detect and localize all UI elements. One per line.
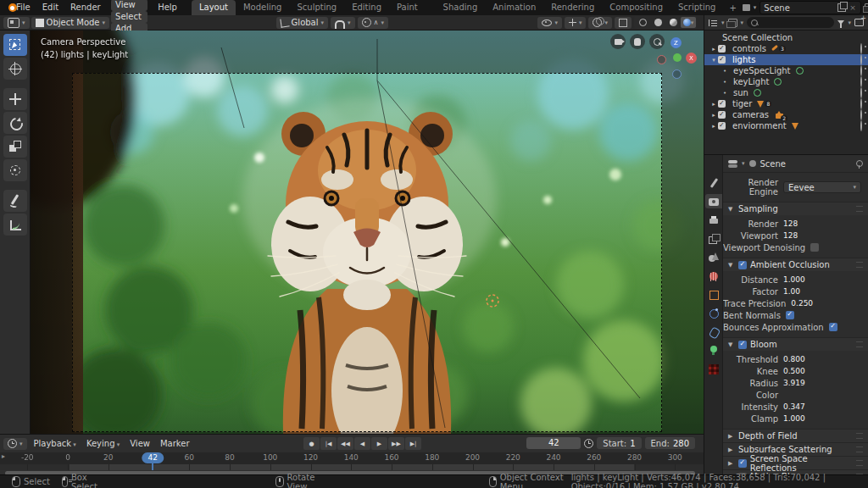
- collapse-triangle[interactable]: ▶: [728, 460, 735, 467]
- orientation-dropdown[interactable]: Global▾: [276, 17, 328, 29]
- property-widget[interactable]: [810, 242, 868, 252]
- topbar-menu[interactable]: Render: [64, 3, 107, 12]
- timeline-editor-type-button[interactable]: ▾: [3, 438, 27, 450]
- filter-type-icon[interactable]: [728, 19, 737, 27]
- playback-button[interactable]: ▶|: [405, 437, 421, 450]
- property-widget[interactable]: 0.347: [783, 402, 861, 412]
- hide-in-viewport-toggle[interactable]: [860, 66, 862, 75]
- pan-view-button[interactable]: [630, 34, 645, 49]
- property-widget[interactable]: 0.500: [783, 366, 861, 376]
- panel-grip[interactable]: [856, 460, 863, 466]
- workspace-tab[interactable]: Shading: [436, 0, 486, 15]
- editor-type-button[interactable]: ▾: [3, 17, 30, 29]
- playback-button[interactable]: ◀: [354, 437, 370, 450]
- hide-in-viewport-toggle[interactable]: [860, 110, 862, 119]
- property-widget[interactable]: 128: [783, 219, 861, 229]
- property-widget[interactable]: [786, 310, 864, 320]
- axis-x-negative[interactable]: [657, 55, 666, 64]
- display-mode-icon[interactable]: [709, 19, 718, 26]
- navigation-gizmo[interactable]: Z X: [656, 37, 697, 78]
- properties-tab[interactable]: [705, 287, 722, 302]
- property-widget[interactable]: 128: [783, 230, 861, 241]
- tool-button[interactable]: [3, 136, 27, 158]
- outliner-row[interactable]: ▸ controls 3: [704, 43, 868, 54]
- viewport-menu[interactable]: View: [111, 0, 147, 11]
- property-widget[interactable]: 1.00: [783, 286, 861, 297]
- properties-tab[interactable]: [705, 213, 722, 227]
- outliner-row[interactable]: ▸ enviornment: [704, 120, 868, 131]
- panel-header-bloom[interactable]: ▼ Bloom: [723, 337, 868, 351]
- workspace-tab[interactable]: Compositing: [602, 0, 670, 15]
- filter-icon[interactable]: [837, 20, 844, 25]
- timeline-menu[interactable]: View: [125, 439, 155, 448]
- playback-button[interactable]: ●: [303, 437, 320, 450]
- render-engine-dropdown[interactable]: Eevee▾: [783, 181, 861, 193]
- hide-in-viewport-toggle[interactable]: [860, 77, 862, 86]
- panel-grip[interactable]: [856, 206, 863, 212]
- panel-grip[interactable]: [856, 433, 863, 439]
- axis-y[interactable]: [673, 53, 682, 62]
- current-frame-field[interactable]: 42: [526, 437, 581, 449]
- playback-button[interactable]: ▶: [371, 437, 387, 450]
- overlays-dropdown[interactable]: ▾: [588, 17, 612, 29]
- workspace-tab[interactable]: Scripting: [670, 0, 723, 15]
- property-widget[interactable]: [829, 322, 868, 332]
- properties-tab[interactable]: [705, 324, 722, 339]
- preview-range-icon[interactable]: [584, 439, 593, 448]
- timeline-menu[interactable]: Playback ▾: [29, 439, 81, 448]
- shading-wireframe-button[interactable]: [635, 17, 650, 28]
- panel-checkbox[interactable]: [738, 341, 747, 349]
- object-visibility-dropdown[interactable]: ▾: [537, 17, 562, 29]
- properties-tab[interactable]: [705, 269, 722, 283]
- expand-arrow[interactable]: ▸: [709, 112, 718, 119]
- workspace-tab[interactable]: UV Editing: [344, 0, 389, 15]
- tool-button[interactable]: [3, 112, 27, 134]
- frame-start-field[interactable]: Start:1: [597, 437, 641, 449]
- properties-tab[interactable]: [705, 175, 722, 190]
- collapse-triangle[interactable]: ▶: [728, 446, 735, 453]
- viewport-menu[interactable]: Select: [111, 11, 147, 23]
- panel-grip[interactable]: [856, 341, 863, 347]
- collection-checkbox[interactable]: [718, 122, 726, 130]
- tool-button[interactable]: [3, 58, 27, 80]
- properties-tab[interactable]: [705, 194, 722, 208]
- xray-toggle[interactable]: [615, 17, 632, 29]
- tool-button[interactable]: [3, 88, 27, 110]
- properties-tab[interactable]: [705, 231, 722, 246]
- tool-button[interactable]: [3, 159, 27, 181]
- properties-tab[interactable]: [705, 250, 722, 264]
- scene-selector[interactable]: Scene ×: [760, 1, 861, 14]
- panel-header-ambient-occlusion[interactable]: ▼ Ambient Occlusion: [723, 258, 868, 271]
- property-widget[interactable]: 1.000: [783, 274, 861, 285]
- timeline-menu[interactable]: Keying ▾: [81, 439, 125, 448]
- checkbox[interactable]: [810, 243, 819, 252]
- hide-in-viewport-toggle[interactable]: [860, 88, 862, 97]
- gizmos-dropdown[interactable]: ▾: [565, 17, 587, 29]
- property-widget[interactable]: 0.250: [791, 298, 868, 308]
- workspace-tab[interactable]: Texture Paint: [389, 0, 436, 15]
- frame-end-field[interactable]: End:280: [645, 437, 695, 449]
- collapsed-panel-header[interactable]: ▶ Screen Space Reflections: [723, 456, 868, 469]
- expand-arrow[interactable]: •: [721, 68, 729, 75]
- expand-arrow[interactable]: ▸: [709, 101, 718, 108]
- tool-button[interactable]: [3, 34, 27, 56]
- camera-view-button[interactable]: [610, 34, 626, 49]
- scene-close-icon[interactable]: ×: [849, 3, 857, 12]
- collection-checkbox[interactable]: [718, 45, 726, 53]
- new-collection-button[interactable]: [854, 19, 864, 26]
- outliner-row[interactable]: Scene Collection: [704, 32, 868, 43]
- hide-in-viewport-toggle[interactable]: [860, 99, 862, 108]
- outliner-row[interactable]: • sun: [704, 87, 868, 98]
- property-widget[interactable]: 1.000: [783, 413, 861, 424]
- snap-toggle[interactable]: ▾: [331, 17, 355, 29]
- outliner-row[interactable]: • keyLight: [704, 76, 868, 87]
- checkbox[interactable]: [786, 311, 794, 319]
- expand-arrow[interactable]: ▸: [709, 46, 718, 53]
- playback-button[interactable]: ◀◀: [337, 437, 353, 450]
- pin-icon[interactable]: [856, 160, 863, 167]
- panel-grip[interactable]: [856, 262, 863, 268]
- new-scene-icon[interactable]: [837, 3, 846, 12]
- checkbox[interactable]: [829, 323, 837, 331]
- workspace-tab[interactable]: Animation: [485, 0, 543, 15]
- collapse-triangle[interactable]: ▼: [728, 341, 735, 348]
